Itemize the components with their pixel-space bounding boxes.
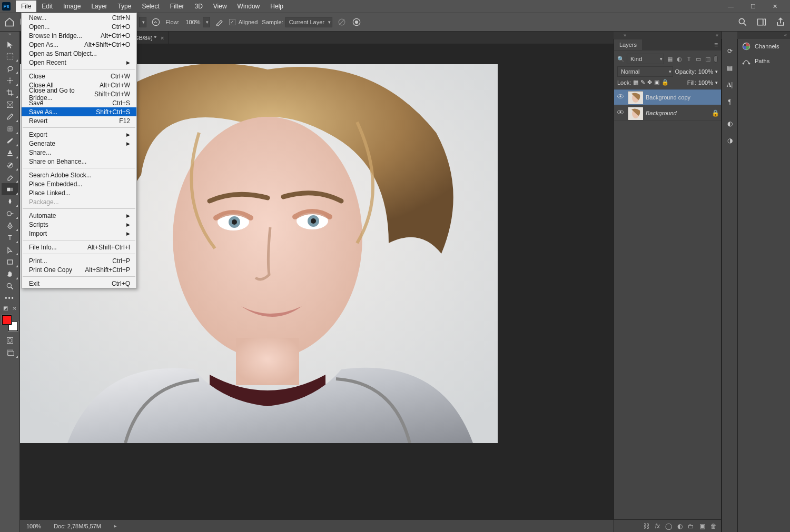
layer-thumbnail[interactable] bbox=[628, 91, 643, 104]
gradient-tool[interactable] bbox=[2, 183, 18, 195]
layer-row[interactable]: Background copy bbox=[614, 89, 721, 105]
ignore-adjustment-icon[interactable] bbox=[337, 17, 347, 27]
quick-select-tool[interactable] bbox=[2, 74, 18, 86]
toolbox-expand-icon[interactable]: » bbox=[0, 32, 19, 38]
collapse-strip-2[interactable]: « bbox=[629, 32, 722, 39]
screen-mode-button[interactable] bbox=[2, 346, 18, 358]
filter-adjust-icon[interactable]: ◐ bbox=[676, 55, 683, 63]
file-menu-automate[interactable]: Automate▶ bbox=[22, 211, 136, 220]
doc-info[interactable]: Doc: 2,78M/5,57M bbox=[54, 523, 101, 529]
close-tab-icon[interactable]: × bbox=[161, 35, 164, 41]
pressure-opacity-icon[interactable] bbox=[151, 17, 161, 27]
path-select-tool[interactable] bbox=[2, 244, 18, 256]
file-menu-open-recent[interactable]: Open Recent▶ bbox=[22, 58, 136, 67]
lock-transparent-icon[interactable]: ▩ bbox=[633, 79, 638, 86]
group-icon[interactable]: 🗀 bbox=[688, 523, 694, 530]
panel-menu-icon[interactable]: ≡ bbox=[711, 41, 721, 48]
home-icon[interactable] bbox=[4, 17, 15, 27]
filter-shape-icon[interactable]: ▭ bbox=[695, 55, 702, 63]
aligned-checkbox[interactable]: ✓ bbox=[229, 19, 235, 25]
rectangle-tool[interactable] bbox=[2, 256, 18, 268]
file-menu-export[interactable]: Export▶ bbox=[22, 130, 136, 139]
color-panel-collapsed[interactable]: Channels bbox=[738, 39, 790, 54]
filter-smart-icon[interactable]: ◫ bbox=[704, 55, 712, 63]
status-arrow-icon[interactable]: ▸ bbox=[114, 523, 117, 529]
zoom-tool[interactable] bbox=[2, 280, 18, 292]
layer-thumbnail[interactable] bbox=[628, 107, 643, 119]
menu-filter[interactable]: Filter bbox=[165, 1, 190, 12]
filter-toggle-icon[interactable] bbox=[714, 55, 718, 63]
blur-tool[interactable] bbox=[2, 195, 18, 207]
pen-tool[interactable] bbox=[2, 219, 18, 232]
lasso-tool[interactable] bbox=[2, 62, 18, 74]
mask-icon[interactable]: ◯ bbox=[665, 523, 672, 530]
lock-position-icon[interactable]: ✥ bbox=[647, 79, 652, 86]
flow-dropdown[interactable] bbox=[203, 17, 210, 27]
paragraph-panel-icon[interactable]: ¶ bbox=[725, 97, 735, 106]
lock-all-icon[interactable]: 🔒 bbox=[661, 79, 669, 86]
menu-help[interactable]: Help bbox=[265, 1, 289, 12]
new-layer-icon[interactable]: ▣ bbox=[699, 523, 705, 530]
visibility-eye-icon[interactable] bbox=[616, 93, 625, 102]
opacity-dropdown[interactable] bbox=[139, 17, 146, 27]
airbrush-icon[interactable] bbox=[214, 17, 225, 27]
file-menu-print[interactable]: Print...Ctrl+P bbox=[22, 256, 136, 265]
default-colors-icon[interactable]: ◩ bbox=[3, 305, 8, 311]
history-brush-tool[interactable] bbox=[2, 159, 18, 171]
file-menu-scripts[interactable]: Scripts▶ bbox=[22, 220, 136, 229]
adjustment-icon[interactable]: ◐ bbox=[677, 523, 683, 530]
file-menu-save-as[interactable]: Save As...Shift+Ctrl+S bbox=[22, 107, 136, 116]
file-menu-print-one-copy[interactable]: Print One CopyAlt+Shift+Ctrl+P bbox=[22, 265, 136, 274]
file-menu-search-adobe-stock[interactable]: Search Adobe Stock... bbox=[22, 170, 136, 179]
lock-pixels-icon[interactable]: ✎ bbox=[640, 79, 645, 86]
healing-tool[interactable] bbox=[2, 123, 18, 135]
menu-view[interactable]: View bbox=[208, 1, 232, 12]
hand-tool[interactable] bbox=[2, 268, 18, 280]
menu-select[interactable]: Select bbox=[136, 1, 164, 12]
file-menu-revert[interactable]: RevertF12 bbox=[22, 116, 136, 125]
styles-panel-icon[interactable]: ◑ bbox=[725, 136, 735, 145]
swap-colors-icon[interactable]: ⤭ bbox=[12, 305, 16, 311]
filter-pixel-icon[interactable]: ▦ bbox=[666, 55, 674, 63]
close-window-button[interactable]: ✕ bbox=[773, 3, 777, 10]
filter-type-icon[interactable]: T bbox=[685, 55, 693, 63]
pressure-size-icon[interactable] bbox=[351, 17, 362, 27]
file-menu-place-linked[interactable]: Place Linked... bbox=[22, 188, 136, 197]
search-icon[interactable] bbox=[737, 17, 748, 27]
blend-mode-dropdown[interactable]: Normal bbox=[617, 66, 673, 77]
eyedropper-tool[interactable] bbox=[2, 111, 18, 123]
menu-3d[interactable]: 3D bbox=[189, 1, 208, 12]
frame-tool[interactable] bbox=[2, 98, 18, 111]
menu-image[interactable]: Image bbox=[58, 1, 86, 12]
flow-value[interactable]: 100% bbox=[182, 19, 201, 25]
file-menu-import[interactable]: Import▶ bbox=[22, 229, 136, 238]
file-menu-exit[interactable]: ExitCtrl+Q bbox=[22, 279, 136, 288]
stamp-tool[interactable] bbox=[2, 147, 18, 159]
menu-file[interactable]: File bbox=[16, 1, 36, 12]
adjustments-panel-icon[interactable]: ◐ bbox=[725, 119, 735, 128]
delete-layer-icon[interactable]: 🗑 bbox=[710, 523, 717, 530]
dodge-tool[interactable] bbox=[2, 207, 18, 219]
file-menu-generate[interactable]: Generate▶ bbox=[22, 139, 136, 148]
collapse-strip-4[interactable]: « bbox=[737, 32, 790, 39]
eraser-tool[interactable] bbox=[2, 171, 18, 183]
layers-tab[interactable]: Layers bbox=[614, 39, 642, 50]
file-menu-share[interactable]: Share... bbox=[22, 148, 136, 157]
file-menu-open-as-smart-object[interactable]: Open as Smart Object... bbox=[22, 49, 136, 58]
move-tool[interactable] bbox=[2, 38, 18, 50]
crop-tool[interactable] bbox=[2, 86, 18, 98]
filter-kind-dropdown[interactable]: Kind bbox=[627, 54, 664, 64]
edit-toolbar-button[interactable]: ••• bbox=[2, 292, 18, 304]
visibility-eye-icon[interactable] bbox=[616, 108, 625, 117]
menu-type[interactable]: Type bbox=[112, 1, 136, 12]
swatches-panel-icon[interactable]: ▦ bbox=[725, 63, 735, 73]
file-menu-new[interactable]: New...Ctrl+N bbox=[22, 13, 136, 22]
quick-mask-button[interactable] bbox=[2, 334, 18, 346]
file-menu-close-and-go-to-bridge[interactable]: Close and Go to Bridge...Shift+Ctrl+W bbox=[22, 89, 136, 98]
brush-tool[interactable] bbox=[2, 135, 18, 147]
aligned-checkbox-group[interactable]: ✓ Aligned bbox=[229, 19, 258, 25]
maximize-button[interactable]: ☐ bbox=[750, 3, 756, 10]
foreground-color-swatch[interactable] bbox=[2, 315, 12, 325]
share-icon[interactable] bbox=[775, 17, 786, 27]
layer-opacity-value[interactable]: 100% bbox=[698, 68, 713, 75]
